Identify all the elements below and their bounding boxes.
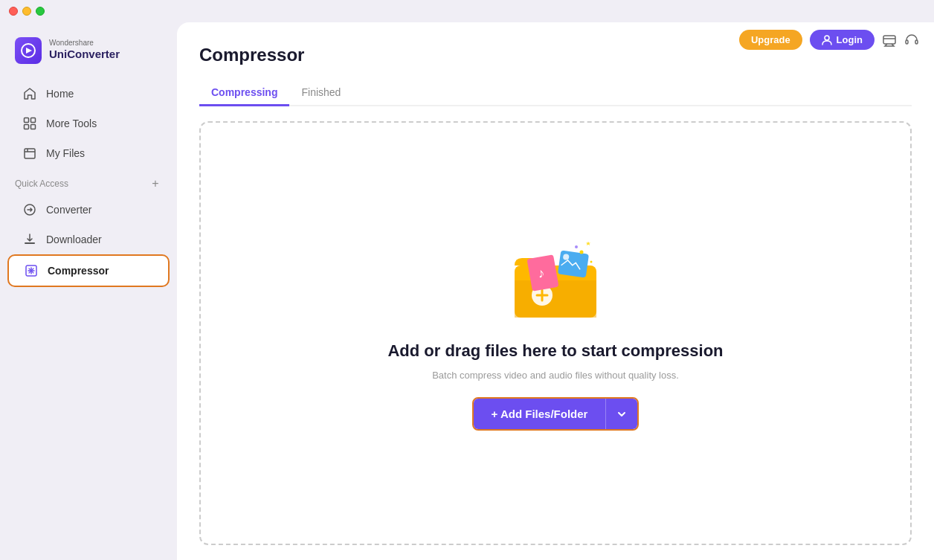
add-files-dropdown-button[interactable] [605,399,637,429]
maximize-button[interactable] [36,7,45,16]
svg-point-10 [825,36,829,40]
svg-rect-5 [31,125,36,129]
svg-rect-11 [883,36,895,44]
chevron-down-icon [616,409,627,419]
sidebar-item-my-files-label: My Files [46,147,85,159]
svg-rect-8 [25,242,35,244]
sidebar: Wondershare UniConverter Home [0,22,177,560]
sidebar-item-my-files[interactable]: My Files [7,138,170,168]
sidebar-item-downloader[interactable]: Downloader [7,225,170,254]
tools-icon [22,116,37,131]
files-icon [22,146,37,161]
sidebar-item-more-tools[interactable]: More Tools [7,109,170,138]
svg-point-23 [575,245,578,248]
svg-rect-4 [25,125,29,129]
minimize-button[interactable] [22,7,31,16]
svg-rect-2 [25,118,29,123]
header-bar: Upgrade Login [724,22,934,57]
login-button[interactable]: Login [810,30,875,50]
tabs: Compressing Finished [199,80,912,106]
add-files-button[interactable]: + Add Files/Folder [474,399,606,429]
svg-marker-1 [26,48,32,54]
sidebar-item-more-tools-label: More Tools [46,118,97,129]
svg-rect-13 [915,40,918,44]
downloader-icon [22,232,37,247]
app-container: Wondershare UniConverter Home [0,22,934,560]
sidebar-item-compressor-label: Compressor [48,265,109,277]
converter-icon [22,202,37,217]
quick-access-header: Quick Access + [0,168,177,195]
user-icon [822,35,832,45]
add-files-label: + Add Files/Folder [492,408,588,420]
sidebar-item-home-label: Home [46,88,74,100]
drop-main-text: Add or drag files here to start compress… [387,341,723,361]
sidebar-item-compressor[interactable]: Compressor [7,254,170,287]
main-content: Upgrade Login [177,22,934,560]
drop-sub-text: Batch compress video and audio files wit… [432,370,679,381]
logo-product: UniConverter [49,47,120,62]
logo-icon [15,37,42,64]
drop-zone[interactable]: ♪ Add or drag files here to start compre… [199,121,912,545]
quick-access-label: Quick Access [15,178,68,189]
logo-brand: Wondershare [49,39,120,47]
compressor-icon [24,263,39,278]
add-files-container: + Add Files/Folder [472,397,640,431]
title-bar [0,0,934,22]
support-icon [882,33,897,48]
sidebar-item-home[interactable]: Home [7,79,170,109]
quick-access-add-button[interactable]: + [149,177,162,190]
tab-compressing[interactable]: Compressing [199,80,289,106]
support-button[interactable] [882,33,897,48]
svg-rect-6 [25,149,35,158]
svg-point-22 [590,261,593,263]
login-label: Login [837,34,863,45]
sidebar-item-converter[interactable]: Converter [7,195,170,225]
sidebar-item-converter-label: Converter [46,204,91,216]
logo-area: Wondershare UniConverter [0,30,177,79]
headphones-button[interactable] [904,33,919,48]
svg-rect-12 [906,40,908,44]
folder-svg: ♪ [503,236,608,325]
close-button[interactable] [9,7,18,16]
home-icon [22,86,37,101]
tab-finished[interactable]: Finished [289,80,352,106]
traffic-lights [9,7,45,16]
sidebar-item-downloader-label: Downloader [46,234,102,245]
headphones-icon [904,33,919,48]
logo-text: Wondershare UniConverter [49,39,120,62]
svg-rect-3 [31,118,36,123]
svg-point-21 [580,251,584,254]
upgrade-button[interactable]: Upgrade [739,30,802,50]
folder-illustration: ♪ [503,236,608,325]
